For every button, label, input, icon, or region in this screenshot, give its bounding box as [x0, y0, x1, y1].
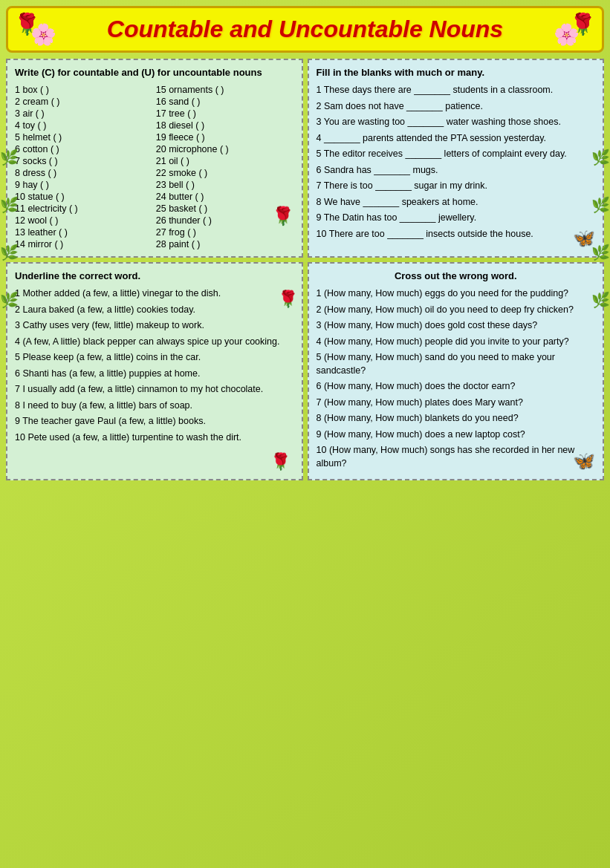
section2-instruction: Fill in the blanks with much or many.: [317, 66, 596, 79]
underline-item: 7 I usually add (a few, a little) cinnam…: [15, 383, 294, 397]
fill-item: 9 The Datin has too _______ jewellery.: [317, 212, 596, 225]
noun-item-right: 17 tree ( ): [156, 108, 294, 120]
noun-item-right: 28 paint ( ): [156, 238, 294, 250]
page-title: Countable and Uncountable Nouns: [12, 16, 598, 43]
crossout-item: 8 (How many, How much) blankets do you n…: [317, 412, 596, 425]
noun-item-left: 4 toy ( ): [15, 120, 153, 131]
countable-section: Write (C) for countable and (U) for unco…: [6, 59, 303, 258]
crossout-item: 3 (How many, How much) does gold cost th…: [317, 319, 596, 333]
rose-decoration-bl: 🌸: [30, 22, 56, 47]
noun-items-left: 1 box ( )2 cream ( )3 air ( )4 toy ( )5 …: [15, 84, 153, 250]
crossout-items: 1 (How many, How much) eggs do you need …: [317, 287, 596, 470]
fill-item: 3 You are wasting too _______ water wash…: [317, 116, 596, 129]
noun-item-left: 10 statue ( ): [15, 191, 153, 203]
fill-item: 5 The editor receives _______ letters of…: [317, 148, 596, 161]
fill-items: 1 These days there are _______ students …: [317, 84, 596, 241]
noun-item-left: 8 dress ( ): [15, 167, 153, 179]
noun-item-right: 16 sand ( ): [156, 96, 294, 108]
crossout-item: 1 (How many, How much) eggs do you need …: [317, 287, 596, 301]
noun-grid: 1 box ( )2 cream ( )3 air ( )4 toy ( )5 …: [15, 84, 294, 250]
header: 🌹 🌹 Countable and Uncountable Nouns 🌸 🌸: [6, 6, 604, 53]
noun-item-left: 11 electricity ( ): [15, 203, 153, 215]
rose-deco-s1: 🌹: [272, 206, 294, 226]
crossout-item: 4 (How many, How much) people did you in…: [317, 336, 596, 349]
noun-item-left: 2 cream ( ): [15, 96, 153, 108]
butterfly-s4: 🦋: [573, 451, 595, 471]
noun-item-right: 24 butter ( ): [156, 191, 294, 203]
noun-item-left: 3 air ( ): [15, 108, 153, 120]
noun-item-right: 20 microphone ( ): [156, 143, 294, 155]
crossout-section: Cross out the wrong word. 1 (How many, H…: [308, 262, 605, 480]
page-background: 🌹 🌹 Countable and Uncountable Nouns 🌸 🌸 …: [0, 0, 610, 868]
noun-item-left: 9 hay ( ): [15, 179, 153, 191]
rose-decoration-br: 🌸: [554, 22, 580, 47]
underline-item: 2 Laura baked (a few, a little) cookies …: [15, 304, 294, 317]
noun-item-right: 27 frog ( ): [156, 226, 294, 238]
main-grid: Write (C) for countable and (U) for unco…: [6, 59, 604, 480]
crossout-item: 5 (How many, How much) sand do you need …: [317, 351, 596, 377]
section1-instruction: Write (C) for countable and (U) for unco…: [15, 66, 294, 79]
underline-item: 4 (A few, A little) black pepper can alw…: [15, 336, 294, 349]
noun-item-right: 23 bell ( ): [156, 179, 294, 191]
noun-item-right: 18 diesel ( ): [156, 120, 294, 131]
underline-items: 1 Mother added (a few, a little) vinegar…: [15, 287, 294, 444]
underline-item: 9 The teacher gave Paul (a few, a little…: [15, 415, 294, 428]
noun-item-left: 1 box ( ): [15, 84, 153, 96]
crossout-item: 7 (How many, How much) plates does Mary …: [317, 397, 596, 410]
underline-item: 6 Shanti has (a few, a little) puppies a…: [15, 368, 294, 381]
left-deco: 🌿 🌿 🌿 🌿: [0, 149, 19, 309]
crossout-item: 2 (How many, How much) oil do you need t…: [317, 304, 596, 317]
fill-blanks-section: Fill in the blanks with much or many. 1 …: [308, 59, 605, 258]
crossout-item: 10 (How many, How much) songs has she re…: [317, 444, 596, 470]
fill-item: 10 There are too _______ insects outside…: [317, 228, 596, 241]
underline-item: 10 Pete used (a few, a little) turpentin…: [15, 431, 294, 445]
noun-item-right: 21 oil ( ): [156, 155, 294, 167]
underline-section: Underline the correct word. 1 Mother add…: [6, 262, 303, 480]
crossout-item: 9 (How many, How much) does a new laptop…: [317, 428, 596, 442]
underline-item: 3 Cathy uses very (few, little) makeup t…: [15, 319, 294, 333]
section3-instruction: Underline the correct word.: [15, 270, 294, 283]
noun-item-left: 7 socks ( ): [15, 155, 153, 167]
noun-item-left: 6 cotton ( ): [15, 143, 153, 155]
noun-item-left: 14 mirror ( ): [15, 238, 153, 250]
underline-item: 1 Mother added (a few, a little) vinegar…: [15, 287, 294, 301]
fill-item: 8 We have _______ speakers at home.: [317, 196, 596, 209]
underline-item: 5 Please keep (a few, a little) coins in…: [15, 351, 294, 365]
noun-item-right: 22 smoke ( ): [156, 167, 294, 179]
noun-item-left: 12 wool ( ): [15, 215, 153, 226]
fill-item: 6 Sandra has _______ mugs.: [317, 164, 596, 177]
crossout-item: 6 (How many, How much) does the doctor e…: [317, 380, 596, 394]
right-deco: 🌿 🌿 🌿 🌿: [591, 149, 610, 309]
noun-item-right: 19 fleece ( ): [156, 131, 294, 143]
noun-item-left: 5 helmet ( ): [15, 131, 153, 143]
fill-item: 1 These days there are _______ students …: [317, 84, 596, 97]
underline-item: 8 I need to buy (a few, a little) bars o…: [15, 399, 294, 413]
noun-item-right: 15 ornaments ( ): [156, 84, 294, 96]
rose-deco-s3b: 🌹: [270, 452, 291, 471]
fill-item: 2 Sam does not have _______ patience.: [317, 100, 596, 114]
noun-item-left: 13 leather ( ): [15, 226, 153, 238]
fill-item: 7 There is too _______ sugar in my drink…: [317, 180, 596, 193]
section4-instruction: Cross out the wrong word.: [317, 270, 596, 283]
rose-deco-s3: 🌹: [278, 290, 298, 309]
fill-item: 4 _______ parents attended the PTA sessi…: [317, 132, 596, 146]
